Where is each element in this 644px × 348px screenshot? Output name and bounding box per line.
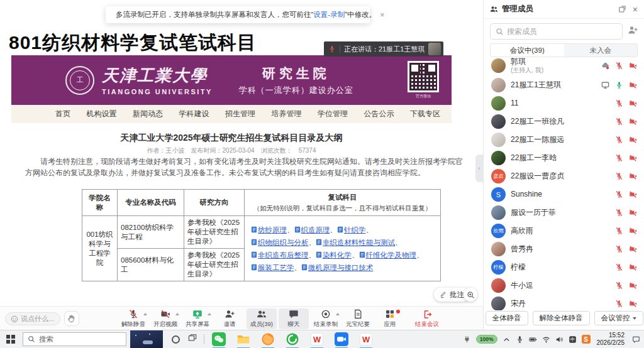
nav-item[interactable]: 机构设置 — [87, 109, 117, 119]
subject-link[interactable]: 织物组织与分析 — [251, 239, 309, 246]
member-row[interactable]: 曾秀冉 — [484, 240, 644, 258]
toolbar-button-person-add[interactable]: 邀请 — [214, 308, 245, 329]
cam-off-icon[interactable] — [629, 245, 637, 253]
member-row[interactable]: 22服工一班徐凡 — [484, 112, 644, 131]
nav-item[interactable]: 培养管理 — [272, 109, 302, 119]
nav-item[interactable]: 下载专区 — [410, 109, 440, 119]
nav-item[interactable]: 学位管理 — [318, 109, 348, 119]
mic-off-icon[interactable] — [615, 172, 623, 180]
subject-link[interactable]: 非织造布后整理 — [251, 251, 309, 259]
cam-off-icon[interactable] — [629, 281, 637, 290]
cloud-record-icon[interactable] — [601, 62, 609, 70]
mic-off-icon[interactable] — [615, 281, 623, 290]
member-row[interactable]: 服设一历于菲 — [484, 204, 644, 222]
screen-share-icon[interactable] — [601, 81, 609, 89]
unmute-all-button[interactable]: 解除全体静音 — [533, 311, 590, 325]
cam-off-icon[interactable] — [629, 190, 637, 198]
mic-off-icon[interactable] — [615, 99, 623, 107]
taskbar-search-box[interactable] — [23, 332, 126, 346]
mic-on-icon[interactable] — [615, 81, 623, 89]
subject-link[interactable]: 纤维化学及物理 — [359, 251, 417, 259]
mic-off-icon[interactable] — [615, 62, 623, 70]
action-center-icon[interactable] — [632, 335, 640, 344]
mic-off-icon[interactable] — [615, 117, 623, 126]
toolbar-button-doc[interactable]: 元宝纪要 — [343, 308, 373, 329]
member-row[interactable]: 22服工一陈服远 — [484, 131, 644, 149]
mic-off-icon[interactable] — [615, 190, 623, 198]
battery-icon[interactable] — [529, 335, 537, 344]
cam-off-icon[interactable] — [629, 227, 637, 235]
cam-off-icon[interactable] — [629, 263, 637, 271]
member-row[interactable]: 欣雨高欣雨 — [484, 222, 644, 240]
subject-link[interactable]: 染料化学 — [316, 251, 352, 259]
cam-off-icon[interactable] — [629, 62, 637, 70]
member-row[interactable]: 21服工1王慧琪 — [484, 76, 644, 94]
cam-off-icon[interactable] — [629, 209, 637, 217]
subject-link[interactable]: 针织学 — [337, 226, 366, 234]
cam-off-icon[interactable] — [629, 99, 637, 107]
cam-off-icon[interactable] — [629, 136, 637, 144]
tencent-meeting-icon[interactable] — [332, 330, 351, 348]
chevron-up-icon[interactable] — [175, 313, 179, 315]
settings-record-link[interactable]: 设置-录制 — [313, 11, 345, 18]
mic-off-icon[interactable] — [615, 245, 623, 253]
member-row[interactable]: 彦贞22服设一曹彦贞 — [484, 167, 644, 185]
tab-not-joined[interactable]: 未入会 — [564, 44, 638, 57]
zoom-button[interactable] — [464, 288, 477, 302]
firefox-icon[interactable] — [258, 330, 277, 348]
mic-off-icon[interactable] — [615, 263, 623, 271]
popout-panel-icon[interactable] — [618, 5, 626, 13]
mic-off-icon[interactable] — [615, 209, 623, 217]
subject-link[interactable]: 织造原理 — [294, 226, 330, 234]
tab-in-meeting[interactable]: 会议中(39) — [491, 44, 564, 57]
mic-off-icon[interactable] — [615, 154, 623, 162]
microphone-icon[interactable] — [516, 335, 524, 344]
end-meeting-button[interactable]: 结束会议 — [408, 308, 447, 329]
chevron-up-icon[interactable] — [208, 313, 211, 315]
chevron-up-icon[interactable] — [336, 313, 340, 315]
member-row[interactable]: 郭琪(主持人, 我) — [484, 55, 644, 76]
nav-item[interactable]: 学科建设 — [179, 109, 209, 119]
nav-item[interactable]: 新闻动态 — [133, 109, 163, 119]
cam-off-icon[interactable] — [629, 172, 637, 180]
member-row[interactable]: 11 — [484, 94, 644, 112]
volume-icon[interactable] — [555, 335, 564, 344]
toolbar-button-record[interactable]: 结束录制 — [311, 308, 341, 329]
member-row[interactable]: 牛小逗 — [484, 276, 644, 295]
member-row[interactable]: 宋丹 — [484, 295, 644, 310]
close-panel-icon[interactable]: × — [633, 5, 638, 14]
mic-off-icon[interactable] — [615, 227, 623, 235]
cam-off-icon[interactable] — [629, 81, 637, 89]
ime-icon[interactable] — [569, 335, 577, 344]
toolbar-button-grid[interactable]: 应用 — [375, 308, 405, 329]
cam-off-icon[interactable] — [629, 300, 637, 308]
taskbar-clock[interactable]: 15:52 2026/2/25 — [597, 332, 625, 347]
chevron-up-icon[interactable] — [143, 313, 147, 315]
subject-link[interactable]: 纺纱原理 — [251, 226, 287, 234]
toolbar-button-cam-off[interactable]: 开启视频 — [150, 308, 180, 329]
task-view-button[interactable] — [188, 334, 197, 345]
nav-item[interactable]: 招生管理 — [225, 109, 255, 119]
raise-hand-button[interactable] — [64, 311, 79, 326]
mic-off-icon[interactable] — [615, 300, 623, 308]
weather-widget[interactable] — [130, 330, 163, 348]
360-icon[interactable] — [283, 330, 302, 348]
tray-app-icon[interactable]: S — [582, 335, 591, 344]
panel-collapse-handle[interactable]: ‹ — [475, 155, 483, 182]
taskbar-search-input[interactable] — [39, 335, 121, 343]
member-row[interactable]: 柠檬柠檬 — [484, 258, 644, 276]
cam-off-icon[interactable] — [629, 117, 637, 126]
meeting-control-button[interactable]: 会议管控 — [594, 311, 643, 325]
subject-link[interactable]: 服装工艺学 — [251, 264, 294, 271]
explorer-icon[interactable] — [234, 330, 253, 348]
toolbar-button-mic-off[interactable]: 解除静音 — [118, 308, 148, 329]
wechat-icon[interactable] — [209, 330, 228, 348]
add-member-icon[interactable] — [628, 25, 638, 38]
subject-link[interactable]: 非织造材料性能与测试 — [316, 239, 395, 246]
cam-off-icon[interactable] — [629, 154, 637, 162]
tray-expand-icon[interactable] — [502, 335, 511, 344]
wps-icon[interactable] — [357, 330, 375, 348]
member-row[interactable]: SSunshine — [484, 185, 644, 204]
mic-off-icon[interactable] — [615, 136, 623, 144]
wifi-icon[interactable] — [542, 335, 550, 344]
